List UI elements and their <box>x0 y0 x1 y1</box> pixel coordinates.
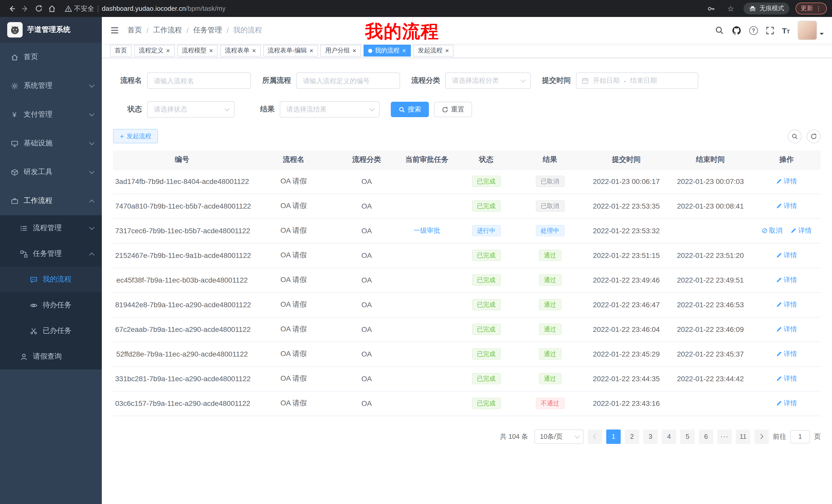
prev-page-button[interactable] <box>588 429 602 444</box>
bookmark-star-icon[interactable]: ☆ <box>724 2 737 15</box>
tab-close-icon[interactable]: × <box>402 47 406 54</box>
browser-home-button[interactable] <box>45 2 59 15</box>
not-secure-warning[interactable]: 不安全 <box>65 4 94 13</box>
help-icon[interactable]: ? <box>749 26 758 35</box>
search-button[interactable]: 搜索 <box>391 102 429 117</box>
refresh-table-button[interactable] <box>807 129 821 143</box>
sidebar-item-done-tasks[interactable]: 已办任务 <box>0 318 102 344</box>
cell-process-id: 2152467e-7b9b-11ec-9a1b-acde48001122 <box>113 243 251 268</box>
tab-5[interactable]: 流程表单-编辑× <box>263 45 318 57</box>
more-pages-button[interactable]: ··· <box>717 429 732 444</box>
table-header-row: 编号流程名流程分类当前审批任务状态结果提交时间结束时间操作 <box>113 150 821 169</box>
sidebar-item-todo-tasks[interactable]: 待办任务 <box>0 292 102 318</box>
breadcrumb-task-management[interactable]: 任务管理 <box>193 26 222 35</box>
detail-link[interactable]: 详情 <box>776 201 797 211</box>
sidebar-logo[interactable]: 芋道管理系统 <box>0 17 102 43</box>
current-task-link[interactable]: 一级审批 <box>413 226 440 235</box>
browser-back-button[interactable] <box>5 2 19 15</box>
page-button-6[interactable]: 6 <box>699 429 713 444</box>
avatar[interactable] <box>798 21 817 40</box>
toggle-search-button[interactable] <box>788 129 802 143</box>
result-select[interactable]: 请选择流结果 <box>280 101 380 118</box>
user-menu[interactable] <box>798 21 824 40</box>
browser-reload-button[interactable] <box>32 2 45 15</box>
page-button-1[interactable]: 1 <box>606 429 621 444</box>
tab-4[interactable]: 流程表单× <box>220 45 260 57</box>
detail-link[interactable]: 详情 <box>776 349 797 359</box>
address-divider <box>98 5 98 12</box>
detail-link[interactable]: 详情 <box>776 251 797 260</box>
address-bar[interactable]: 不安全 dashboard.yudao.iocoder.cn/bpm/task/… <box>65 4 226 13</box>
sidebar-item-my-process[interactable]: 我的流程 <box>0 267 102 292</box>
page-button-3[interactable]: 3 <box>643 429 658 444</box>
tab-2[interactable]: 流程定义× <box>134 45 175 57</box>
sidebar-item-task-management[interactable]: 任务管理 <box>0 241 102 267</box>
tab-close-icon[interactable]: × <box>252 47 256 54</box>
create-process-button[interactable]: + 发起流程 <box>113 129 158 143</box>
detail-link[interactable]: 详情 <box>776 374 797 383</box>
page-button-4[interactable]: 4 <box>662 429 676 444</box>
fullscreen-icon[interactable] <box>765 26 774 35</box>
sidebar-item-home[interactable]: 首页 <box>0 43 102 72</box>
tab-close-icon[interactable]: × <box>166 47 170 54</box>
goto-page-input[interactable] <box>790 430 810 443</box>
github-icon[interactable] <box>731 25 741 35</box>
tab-close-icon[interactable]: × <box>310 47 313 54</box>
create-process-label: 发起流程 <box>127 132 151 141</box>
cell-submit-time: 2022-01-22 23:45:29 <box>584 342 669 366</box>
page-button-2[interactable]: 2 <box>625 429 639 444</box>
browser-menu-icon[interactable]: ⋮ <box>815 5 822 12</box>
search-icon[interactable] <box>714 26 724 35</box>
table-row: 03c6c157-7b9a-11ec-a290-acde48001122 OA … <box>113 391 821 416</box>
process-name-input[interactable] <box>147 73 251 89</box>
detail-link[interactable]: 详情 <box>776 177 797 186</box>
table-row: 67c2eaab-7b9a-11ec-a290-acde48001122 OA … <box>113 317 821 342</box>
tab-close-icon[interactable]: × <box>445 47 449 54</box>
cell-submit-time: 2022-01-22 23:51:15 <box>584 243 669 268</box>
browser-update-button[interactable]: 更新 ⋮ <box>796 3 827 15</box>
status-badge: 已完成 <box>472 274 501 286</box>
sidebar-item-infrastructure[interactable]: 基础设施 <box>0 129 102 158</box>
tab-7[interactable]: 我的流程× <box>364 45 411 57</box>
reset-button[interactable]: 重置 <box>434 102 472 117</box>
detail-link[interactable]: 详情 <box>776 399 797 408</box>
detail-link[interactable]: 详情 <box>776 325 797 334</box>
tab-close-icon[interactable]: × <box>209 47 213 54</box>
process-def-input[interactable] <box>296 73 400 89</box>
detail-link[interactable]: 详情 <box>776 275 797 285</box>
cancel-link[interactable]: 取消 <box>761 226 782 235</box>
detail-link[interactable]: 详情 <box>776 300 797 309</box>
user-icon <box>20 353 28 360</box>
breadcrumb-workflow[interactable]: 工作流程 <box>153 26 182 35</box>
cell-status: 已完成 <box>457 194 516 218</box>
page-url[interactable]: dashboard.yudao.iocoder.cn/bpm/task/my <box>102 5 226 12</box>
font-size-icon[interactable]: TT <box>782 26 790 34</box>
tab-3[interactable]: 流程模型× <box>177 45 217 57</box>
sidebar-item-system[interactable]: 系统管理 <box>0 72 102 100</box>
detail-link[interactable]: 详情 <box>790 226 812 235</box>
password-key-icon[interactable] <box>704 2 718 15</box>
hamburger-icon[interactable] <box>110 26 119 35</box>
category-select[interactable]: 请选择流程分类 <box>445 73 531 89</box>
sidebar-item-label: 系统管理 <box>24 81 52 90</box>
calendar-icon <box>581 77 589 84</box>
tab-close-icon[interactable]: × <box>353 47 356 54</box>
browser-forward-button[interactable] <box>19 2 32 15</box>
sidebar-item-process-management[interactable]: 流程管理 <box>0 215 102 241</box>
sidebar-item-payment[interactable]: ¥ 支付管理 <box>0 100 102 129</box>
page-size-select[interactable]: 10条/页 <box>534 429 583 444</box>
tab-6[interactable]: 用户分组× <box>321 45 361 57</box>
sidebar-item-workflow[interactable]: 工作流程 <box>0 187 102 215</box>
status-select[interactable]: 请选择状态 <box>147 101 234 118</box>
sidebar-item-devtools[interactable]: 研发工具 <box>0 158 102 187</box>
tab-1[interactable]: 首页 <box>110 45 132 57</box>
filter-label-process-name: 流程名 <box>113 76 142 85</box>
status-badge: 已完成 <box>472 348 501 360</box>
page-button-11[interactable]: 11 <box>736 429 750 444</box>
next-page-button[interactable] <box>754 429 769 444</box>
sidebar-item-leave-query[interactable]: 请假查询 <box>0 344 102 369</box>
page-button-5[interactable]: 5 <box>680 429 695 444</box>
tab-8[interactable]: 发起流程× <box>413 45 453 57</box>
date-range-picker[interactable]: 开始日期 - 结束日期 <box>576 73 698 89</box>
breadcrumb-home[interactable]: 首页 <box>128 26 142 35</box>
